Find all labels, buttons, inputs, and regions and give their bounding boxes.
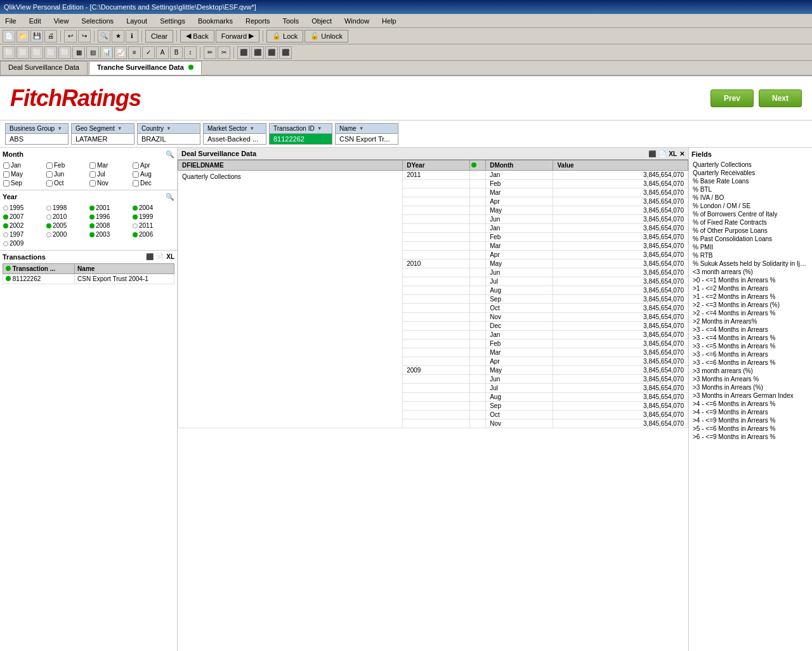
tb2-11[interactable]: ✓: [142, 46, 155, 59]
year-item-2010[interactable]: 2010: [46, 213, 88, 221]
menu-object[interactable]: Object: [309, 16, 334, 25]
tb2-2[interactable]: ⬜: [16, 46, 29, 59]
lock-button[interactable]: 🔒 Lock: [266, 30, 303, 43]
menu-tools[interactable]: Tools: [280, 16, 301, 25]
field-item[interactable]: >3 - <=4 Months in Arrears %: [691, 334, 809, 342]
redo-btn[interactable]: ↪: [78, 30, 91, 43]
month-cb-aug[interactable]: [133, 171, 139, 178]
month-item-nov[interactable]: Nov: [89, 179, 131, 187]
field-item[interactable]: >1 - <=2 Months in Arrears %: [691, 293, 809, 301]
search-btn[interactable]: 🔍: [98, 30, 110, 43]
month-item-sep[interactable]: Sep: [3, 179, 45, 187]
field-item[interactable]: >2 - <=4 Months in Arrears %: [691, 309, 809, 317]
field-item[interactable]: Quarterly Collections: [691, 161, 809, 169]
open-btn[interactable]: 📁: [16, 30, 29, 43]
field-item[interactable]: >3 Months in Arrears %: [691, 375, 809, 383]
filter-name[interactable]: Name ▼ CSN Export Tr...: [335, 123, 398, 145]
tb2-13[interactable]: B: [170, 46, 183, 59]
field-item[interactable]: % BTL: [691, 185, 809, 194]
field-item[interactable]: % of Fixed Rate Contracts: [691, 218, 809, 227]
year-item-2008[interactable]: 2008: [89, 221, 131, 230]
tb2-20[interactable]: ⬛: [279, 46, 292, 59]
menu-settings[interactable]: Settings: [157, 16, 188, 25]
tb2-18[interactable]: ⬛: [251, 46, 264, 59]
data-icon-xl[interactable]: XL: [669, 150, 677, 157]
month-item-may[interactable]: May: [3, 170, 45, 178]
trans-icon2[interactable]: 📄: [156, 253, 164, 261]
print-btn[interactable]: 🖨: [44, 30, 57, 43]
trans-icon1[interactable]: ⬛: [146, 253, 154, 261]
menu-reports[interactable]: Reports: [243, 16, 273, 25]
month-item-jan[interactable]: Jan: [3, 161, 45, 169]
month-item-apr[interactable]: Apr: [132, 161, 174, 169]
info-btn[interactable]: ℹ: [126, 30, 138, 43]
next-button[interactable]: Next: [759, 89, 802, 107]
menu-bookmarks[interactable]: Bookmarks: [195, 16, 235, 25]
menu-help[interactable]: Help: [379, 16, 399, 25]
tb2-15[interactable]: ✏: [204, 46, 216, 59]
tb2-8[interactable]: 📊: [100, 46, 113, 59]
field-item[interactable]: >6 - <=9 Months in Arrears %: [691, 433, 809, 441]
tb2-16[interactable]: ✂: [218, 46, 230, 59]
tb2-5[interactable]: ⬜: [58, 46, 71, 59]
year-item-1997[interactable]: 1997: [3, 230, 45, 239]
tb2-17[interactable]: ⬛: [237, 46, 250, 59]
year-item-2004[interactable]: 2004: [132, 204, 174, 212]
field-item[interactable]: % IVA / BO: [691, 194, 809, 202]
prev-button[interactable]: Prev: [710, 89, 754, 107]
year-item-2006[interactable]: 2006: [132, 230, 174, 239]
field-item[interactable]: >5 - <=6 Months in Arrears %: [691, 424, 809, 433]
menu-window[interactable]: Window: [342, 16, 372, 25]
month-cb-nov[interactable]: [89, 180, 96, 187]
new-btn[interactable]: 📄: [3, 30, 15, 43]
month-cb-jan[interactable]: [3, 162, 10, 169]
field-item[interactable]: >3 - <=6 Months in Arrears: [691, 350, 809, 358]
filter-market-value[interactable]: Asset-Backed ...: [204, 134, 266, 144]
filter-country[interactable]: Country ▼ BRAZIL: [137, 123, 200, 145]
data-icon1[interactable]: ⬛: [648, 150, 656, 157]
month-cb-jul[interactable]: [89, 171, 96, 178]
field-item[interactable]: >3 Months in Arrears (%): [691, 383, 809, 391]
month-cb-mar[interactable]: [89, 162, 96, 169]
month-cb-may[interactable]: [3, 171, 10, 178]
month-item-jul[interactable]: Jul: [89, 170, 131, 178]
month-item-mar[interactable]: Mar: [89, 161, 131, 169]
field-item[interactable]: >2 - <=3 Months in Arrears (%): [691, 301, 809, 309]
back-button[interactable]: ◀ Back: [180, 30, 214, 43]
trans-row-id[interactable]: 81122262: [3, 274, 75, 284]
field-item[interactable]: >4 - <=6 Months in Arrears %: [691, 400, 809, 408]
menu-selections[interactable]: Selections: [79, 16, 116, 25]
month-cb-feb[interactable]: [46, 162, 53, 169]
month-cb-jun[interactable]: [46, 171, 53, 178]
field-item[interactable]: % London / OM / SE: [691, 202, 809, 210]
filter-geo-value[interactable]: LATAMER: [72, 134, 134, 144]
field-item[interactable]: >3 - <=4 Months in Arrears: [691, 326, 809, 334]
year-item-1999[interactable]: 1999: [132, 213, 174, 221]
field-item[interactable]: >3 month arrears (%): [691, 367, 809, 375]
filter-geo-segment[interactable]: Geo Segment ▼ LATAMER: [71, 123, 134, 145]
tab-deal[interactable]: Deal Surveillance Data: [0, 61, 88, 75]
month-item-dec[interactable]: Dec: [132, 179, 174, 187]
unlock-button[interactable]: 🔓 Unlock: [304, 30, 348, 43]
year-search-icon[interactable]: 🔍: [166, 193, 174, 201]
field-item[interactable]: >1 - <=2 Months in Arrears: [691, 284, 809, 293]
filter-country-value[interactable]: BRAZIL: [138, 134, 200, 144]
year-item-2003[interactable]: 2003: [89, 230, 131, 239]
filter-business-group[interactable]: Business Group ▼ ABS: [5, 123, 69, 145]
tb2-6[interactable]: ▦: [72, 46, 85, 59]
tb2-3[interactable]: ⬜: [30, 46, 43, 59]
filter-name-value[interactable]: CSN Export Tr...: [336, 134, 398, 144]
table-row[interactable]: Quarterly Collections 2011 Jan 3,845,654…: [178, 171, 688, 180]
data-icon-close[interactable]: ✕: [679, 150, 684, 157]
month-cb-apr[interactable]: [133, 162, 139, 169]
year-item-2005[interactable]: 2005: [46, 221, 88, 230]
field-item[interactable]: >4 - <=9 Months in Arrears %: [691, 416, 809, 424]
tb2-14[interactable]: ↕: [184, 46, 197, 59]
menu-view[interactable]: View: [51, 16, 72, 25]
trans-row-name[interactable]: CSN Export Trust 2004-1: [75, 274, 174, 284]
field-item[interactable]: >4 - <=9 Months in Arrears: [691, 408, 809, 416]
trans-icon3[interactable]: XL: [166, 253, 174, 261]
month-item-aug[interactable]: Aug: [132, 170, 174, 178]
filter-business-group-value[interactable]: ABS: [6, 134, 68, 144]
clear-button[interactable]: Clear: [145, 30, 173, 43]
